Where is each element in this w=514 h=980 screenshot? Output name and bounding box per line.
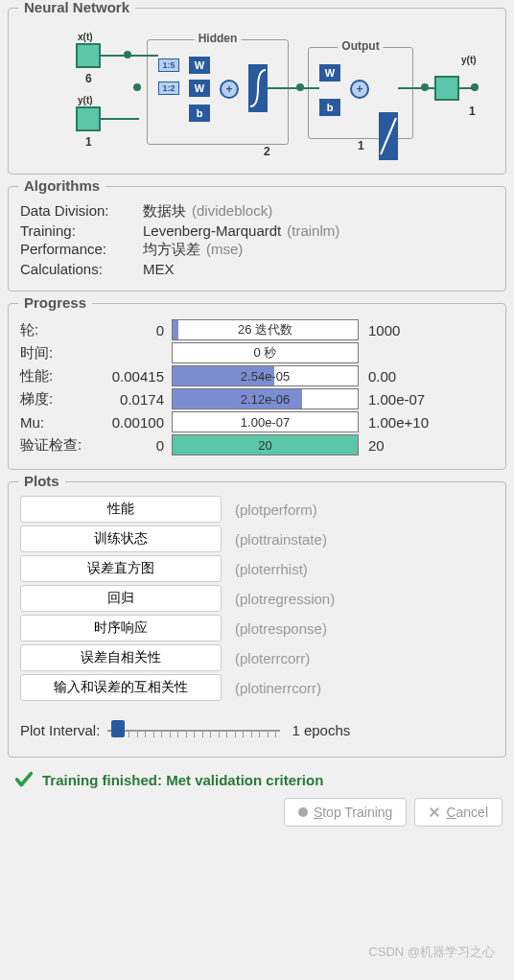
y-label: y(t) bbox=[78, 95, 93, 105]
progress-row: 轮: 0 26 迭代数 1000 bbox=[20, 319, 494, 340]
hidden-sum: + bbox=[220, 80, 239, 99]
progress-bar: 1.00e-07 bbox=[172, 411, 359, 432]
neural-network-title: Neural Network bbox=[18, 0, 135, 15]
plot-fn: (plotregression) bbox=[235, 591, 335, 607]
plot-interval-slider[interactable] bbox=[107, 718, 280, 741]
plot-row: 输入和误差的互相关性 (plotinerrcorr) bbox=[20, 674, 494, 701]
hidden-activation bbox=[248, 64, 268, 112]
status-row: Training finished: Met validation criter… bbox=[13, 769, 506, 790]
hidden-w2: W bbox=[189, 80, 210, 97]
progress-label: Mu: bbox=[20, 414, 95, 431]
out-label: y(t) bbox=[461, 55, 477, 65]
progress-bar: 0 秒 bbox=[172, 342, 359, 363]
out-size: 1 bbox=[469, 105, 476, 156]
delay-2: 1:2 bbox=[158, 82, 179, 95]
algo-fn: (trainlm) bbox=[287, 222, 339, 239]
hidden-w1: W bbox=[189, 57, 210, 74]
plot-interval-row: Plot Interval: 1 epochs bbox=[20, 718, 494, 745]
output-b: b bbox=[319, 99, 340, 116]
algo-value: MEX bbox=[143, 261, 175, 277]
plot-fn: (ploterrhist) bbox=[235, 561, 308, 577]
hidden-label: Hidden bbox=[195, 32, 242, 45]
plot-fn: (plotperform) bbox=[235, 502, 317, 518]
output-w: W bbox=[319, 64, 340, 82]
hidden-count: 2 bbox=[264, 145, 270, 156]
algo-label: Data Division: bbox=[20, 202, 143, 221]
progress-label: 梯度: bbox=[20, 390, 95, 408]
progress-row: 梯度: 0.0174 2.12e-06 1.00e-07 bbox=[20, 388, 494, 409]
algorithms-group: Algorithms Data Division: 数据块 (divideblo… bbox=[8, 186, 506, 292]
progress-label: 轮: bbox=[20, 321, 95, 339]
output-label: Output bbox=[338, 39, 383, 53]
stop-icon bbox=[298, 807, 308, 817]
progress-bar: 20 bbox=[172, 434, 359, 455]
slider-thumb[interactable] bbox=[111, 720, 125, 737]
progress-bar-text: 26 迭代数 bbox=[238, 321, 292, 338]
algo-label: Performance: bbox=[20, 241, 143, 259]
output-y-block bbox=[434, 76, 459, 101]
plot-fn: (plotresponse) bbox=[235, 620, 327, 637]
progress-right-value: 0.00 bbox=[359, 368, 396, 385]
progress-label: 时间: bbox=[20, 344, 95, 362]
output-sum: + bbox=[350, 80, 369, 99]
delay-1: 1:5 bbox=[158, 58, 179, 72]
cancel-button[interactable]: Cancel bbox=[414, 798, 502, 827]
progress-bar: 2.12e-06 bbox=[172, 388, 359, 409]
stop-training-button[interactable]: Stop Training bbox=[284, 798, 408, 827]
plot-row: 时序响应 (plotresponse) bbox=[20, 615, 494, 642]
algo-row: Calculations: MEX bbox=[20, 261, 494, 277]
plot-row: 回归 (plotregression) bbox=[20, 585, 494, 612]
output-count: 1 bbox=[358, 139, 364, 156]
cancel-icon bbox=[429, 806, 440, 818]
progress-right-value: 20 bbox=[359, 437, 385, 454]
algo-fn: (mse) bbox=[206, 241, 243, 259]
plot-button-5[interactable]: 误差自相关性 bbox=[20, 644, 222, 671]
plots-group: Plots 性能 (plotperform)训练状态 (plottrainsta… bbox=[8, 481, 506, 758]
plot-button-4[interactable]: 时序响应 bbox=[20, 615, 222, 642]
plot-interval-value: 1 epochs bbox=[292, 722, 350, 738]
algo-value: Levenberg-Marquardt bbox=[143, 222, 281, 239]
y-count: 1 bbox=[85, 135, 92, 156]
progress-row: Mu: 0.00100 1.00e-07 1.00e+10 bbox=[20, 411, 494, 432]
cancel-label: Cancel bbox=[446, 805, 488, 820]
progress-row: 时间: 0 秒 bbox=[20, 342, 494, 363]
progress-right-value: 1.00e+10 bbox=[359, 414, 429, 431]
output-activation bbox=[379, 112, 398, 160]
plot-button-0[interactable]: 性能 bbox=[20, 496, 222, 523]
button-row: Stop Training Cancel bbox=[8, 798, 506, 827]
algo-row: Performance: 均方误差 (mse) bbox=[20, 241, 494, 259]
progress-bar-text: 2.54e-05 bbox=[241, 369, 290, 384]
algo-fn: (divideblock) bbox=[192, 202, 272, 221]
progress-row: 验证检查: 0 20 20 bbox=[20, 434, 494, 455]
progress-bar-fill bbox=[173, 320, 178, 339]
algo-value: 均方误差 bbox=[143, 241, 200, 259]
plots-title: Plots bbox=[18, 473, 65, 489]
plot-fn: (plotinerrcorr) bbox=[235, 680, 321, 696]
progress-bar: 26 迭代数 bbox=[172, 319, 359, 340]
progress-label: 性能: bbox=[20, 367, 95, 385]
progress-left-value: 0 bbox=[95, 322, 172, 338]
algo-value: 数据块 bbox=[143, 202, 186, 221]
hidden-b: b bbox=[189, 105, 210, 122]
progress-bar-text: 2.12e-06 bbox=[241, 392, 290, 407]
plot-button-2[interactable]: 误差直方图 bbox=[20, 555, 222, 582]
algo-row: Data Division: 数据块 (divideblock) bbox=[20, 202, 494, 221]
plot-button-3[interactable]: 回归 bbox=[20, 585, 222, 612]
plot-fn: (plottrainstate) bbox=[235, 531, 327, 548]
progress-left-value: 0 bbox=[95, 437, 172, 454]
progress-row: 性能: 0.00415 2.54e-05 0.00 bbox=[20, 365, 494, 386]
progress-left-value: 0.00100 bbox=[95, 414, 172, 431]
neural-network-diagram: x(t) 6 y(t) 1 Hidden 1:5 1:2 W W b + 2 O… bbox=[20, 26, 492, 158]
progress-bar-text: 1.00e-07 bbox=[241, 415, 290, 430]
plot-button-6[interactable]: 输入和误差的互相关性 bbox=[20, 674, 222, 701]
progress-left-value: 0.0174 bbox=[95, 391, 172, 408]
progress-bar: 2.54e-05 bbox=[172, 365, 359, 386]
progress-right-value: 1.00e-07 bbox=[359, 391, 425, 408]
algo-label: Training: bbox=[20, 222, 143, 239]
progress-right-value: 1000 bbox=[359, 322, 400, 338]
input-y-block bbox=[76, 106, 101, 131]
plot-button-1[interactable]: 训练状态 bbox=[20, 525, 222, 552]
progress-left-value: 0.00415 bbox=[95, 368, 172, 385]
plot-row: 误差自相关性 (ploterrcorr) bbox=[20, 644, 494, 671]
progress-bar-text: 20 bbox=[258, 438, 271, 453]
